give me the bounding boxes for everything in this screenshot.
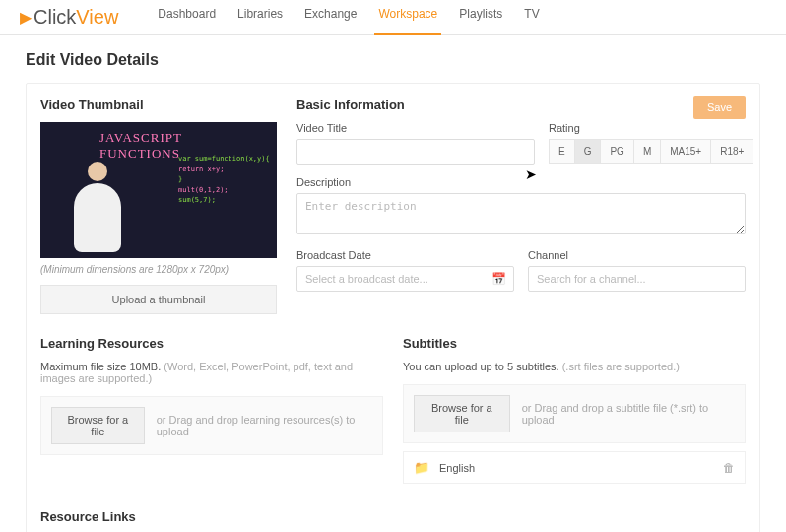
video-title-input[interactable] [296,139,535,165]
subtitles-browse-button[interactable]: Browse for a file [414,395,510,432]
subtitles-hint-main: You can upload up to 5 subtitles. [403,361,559,372]
rating-r18plus[interactable]: R18+ [710,139,753,164]
resource-links-heading: Resource Links [40,509,746,524]
logo-text-1: Click [33,6,76,29]
nav-exchange[interactable]: Exchange [304,7,357,29]
channel-input[interactable] [528,266,746,292]
subtitles-hint-muted: (.srt files are supported.) [562,361,680,372]
channel-label: Channel [528,249,746,261]
logo-icon: ▶ [20,8,32,27]
broadcast-date-input[interactable] [296,266,514,292]
video-title-label: Video Title [296,122,535,134]
learning-dropzone[interactable]: Browse for a file or Drag and drop learn… [40,396,383,455]
subtitles-drag-text: or Drag and drop a subtitle file (*.srt)… [522,402,735,426]
subtitles-dropzone[interactable]: Browse for a file or Drag and drop a sub… [403,384,746,443]
rating-pg[interactable]: PG [600,139,633,164]
rating-ma15plus[interactable]: MA15+ [660,139,711,164]
top-bar: ▶ ClickView DashboardLibrariesExchangeWo… [0,0,786,35]
description-label: Description [296,176,746,188]
rating-e[interactable]: E [549,139,575,164]
nav-workspace[interactable]: Workspace [378,7,437,29]
nav-playlists[interactable]: Playlists [459,7,502,29]
folder-icon: 📁 [414,460,429,475]
thumbnail-figure [68,162,127,252]
rating-m[interactable]: M [633,139,661,164]
learning-drag-text: or Drag and drop learning resources(s) t… [157,414,372,437]
description-input[interactable] [296,193,746,234]
video-thumbnail[interactable]: JAVASCRIPT FUNCTIONS var sum=function(x,… [40,122,277,258]
upload-thumbnail-button[interactable]: Upload a thumbnail [40,285,277,314]
broadcast-date-label: Broadcast Date [296,249,514,261]
rating-group: EGPGMMA15+R18+ [549,139,746,164]
subtitle-item: 📁 English 🗑 [403,451,746,484]
thumbnail-dimensions-note: (Minimum dimensions are 1280px x 720px) [40,264,277,275]
subtitle-name: English [439,462,723,474]
basic-info-heading: Basic Information [296,98,746,112]
page-title: Edit Video Details [26,51,760,69]
subtitles-hint: You can upload up to 5 subtitles. (.srt … [403,361,746,372]
edit-panel: Video Thumbnail JAVASCRIPT FUNCTIONS var… [26,83,760,532]
thumbnail-code: var sum=function(x,y){ return x+y;}mult(… [178,154,270,206]
learning-hint: Maximum file size 10MB. (Word, Excel, Po… [40,361,383,384]
learning-browse-button[interactable]: Browse for a file [51,407,145,444]
nav-tv[interactable]: TV [524,7,539,29]
rating-g[interactable]: G [574,139,602,164]
learning-resources-heading: Learning Resources [40,336,383,351]
save-button[interactable]: Save [693,96,746,119]
logo[interactable]: ▶ ClickView [20,6,118,29]
main-nav: DashboardLibrariesExchangeWorkspacePlayl… [158,7,539,29]
subtitles-heading: Subtitles [403,336,746,351]
nav-dashboard[interactable]: Dashboard [158,7,216,29]
rating-label: Rating [549,122,746,134]
trash-icon[interactable]: 🗑 [723,461,735,475]
nav-libraries[interactable]: Libraries [237,7,283,29]
logo-text-2: View [76,6,118,29]
learning-hint-main: Maximum file size 10MB. [40,361,161,372]
thumbnail-heading: Video Thumbnail [40,98,277,112]
